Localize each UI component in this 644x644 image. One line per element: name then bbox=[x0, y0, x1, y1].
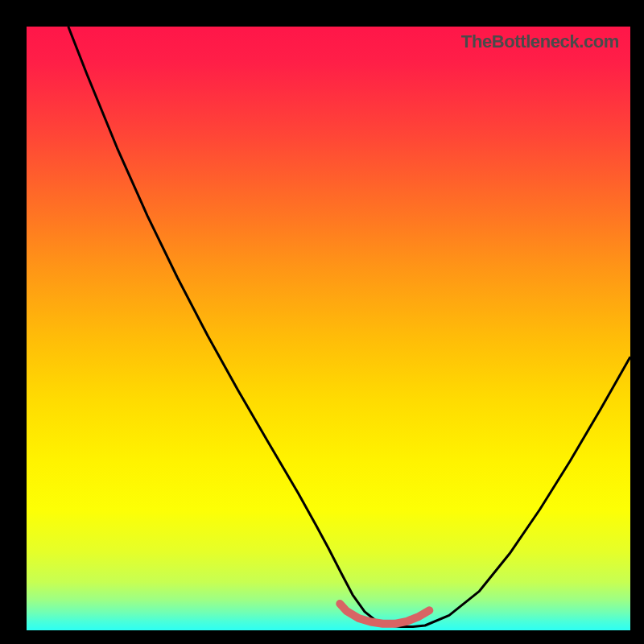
plot-area: TheBottleneck.com bbox=[27, 27, 630, 630]
main-curve-line bbox=[68, 27, 630, 627]
chart-svg bbox=[27, 27, 630, 630]
watermark-text: TheBottleneck.com bbox=[461, 31, 619, 52]
chart-frame: TheBottleneck.com bbox=[0, 0, 644, 644]
accent-curve-line bbox=[340, 604, 429, 624]
